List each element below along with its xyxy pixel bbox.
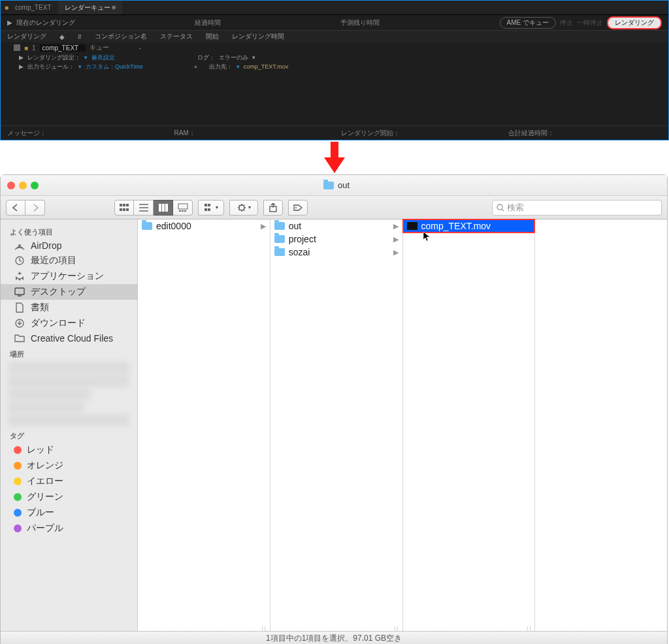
sidebar-tag-item[interactable]: パープル [1,521,137,536]
column-resize-handle[interactable]: || [527,625,532,631]
dropdown-icon[interactable]: ▾ [78,63,82,70]
sidebar-item-creative-cloud[interactable]: Creative Cloud Files [1,331,137,346]
chevron-right-icon[interactable]: ▶ [19,54,24,61]
sidebar-item-label: アプリケーション [31,270,104,282]
sidebar-tag-item[interactable]: ブルー [1,505,137,521]
stop-button: 停止 [560,18,573,27]
dropdown-icon[interactable]: ▾ [237,63,240,70]
tab-render-queue[interactable]: レンダーキュー ≡ [58,1,123,14]
tag-label: レッド [27,444,54,456]
bullet-icon: ◆ [59,33,65,40]
item-label: sozai [289,247,310,257]
tags-button[interactable] [288,200,308,216]
svg-rect-23 [15,288,24,295]
column-1[interactable]: edit0000 ▶ || [138,219,270,631]
sidebar-item-label: 書類 [31,302,49,314]
list-item[interactable]: comp_TEXT.mov [403,219,535,233]
sidebar-item-label: Creative Cloud Files [31,333,113,344]
sidebar-item-downloads[interactable]: ダウンロード [1,315,137,331]
item-label: edit0000 [156,221,191,231]
column-resize-handle[interactable]: || [262,625,267,631]
finder-titlebar[interactable]: out [1,175,667,196]
list-item[interactable]: out ▶ [270,219,402,233]
group-by-button[interactable]: ▾ [198,200,224,216]
zoom-window-button[interactable] [31,182,39,189]
sidebar-item-recents[interactable]: 最近の項目 [1,253,137,268]
column-resize-handle[interactable]: || [394,625,399,631]
chevron-right-icon[interactable]: ▶ [7,19,12,26]
sidebar-item-label: AirDrop [31,240,61,251]
svg-rect-10 [179,210,181,212]
column-view-button[interactable] [154,200,173,216]
movie-file-icon [407,222,417,230]
item-label: comp_TEXT.mov [421,221,491,231]
render-start-label: レンダリング開始： [334,129,502,138]
dropdown-icon[interactable]: ▾ [252,54,255,61]
list-item[interactable]: sozai ▶ [270,246,402,259]
location-item-blurred[interactable] [8,401,84,413]
gallery-view-button[interactable] [173,200,193,216]
remain-label: 予測残り時間 [340,18,380,27]
svg-rect-14 [208,204,210,206]
dropdown-icon[interactable]: ▾ [84,54,88,61]
svg-rect-7 [162,204,165,212]
comp-name[interactable]: comp_TEXT [40,44,86,52]
back-button[interactable] [6,200,25,216]
list-item[interactable]: edit0000 ▶ [138,219,270,233]
render-settings-label: レンダリング設定： [27,54,80,62]
location-item-blurred[interactable] [8,362,129,374]
tag-label: グリーン [27,491,63,503]
minimize-window-button[interactable] [19,182,27,189]
column-4[interactable] [535,219,667,631]
close-window-button[interactable] [7,182,15,189]
svg-rect-8 [165,204,168,212]
folder-icon [274,248,285,256]
icon-view-button[interactable] [114,200,134,216]
sidebar-item-label: デスクトップ [31,286,86,298]
render-settings-link[interactable]: 最良設定 [91,54,115,62]
sidebar-item-documents[interactable]: 書類 [1,300,137,315]
column-3[interactable]: comp_TEXT.mov || [403,219,536,631]
svg-point-19 [295,207,297,208]
location-item-blurred[interactable] [8,414,129,426]
forward-button[interactable] [25,200,45,216]
ae-footer: メッセージ： RAM： レンダリング開始： 合計経過時間： [1,125,668,140]
sidebar-tag-item[interactable]: グリーン [1,489,137,505]
output-module-link[interactable]: カスタム：QuickTime [86,63,143,71]
render-button[interactable]: レンダリング [607,16,662,29]
sidebar-tag-item[interactable]: イエロー [1,474,137,489]
share-button[interactable] [263,200,283,216]
plus-icon[interactable]: ＋ [193,63,199,71]
sidebar-item-applications[interactable]: アプリケーション [1,268,137,284]
status-text: キュー [90,43,109,52]
search-input[interactable]: 検索 [492,200,662,216]
sidebar-favorites-header: よく使う項目 [1,223,137,238]
message-label: メッセージ： [1,129,168,138]
render-checkbox[interactable] [14,44,20,51]
list-item[interactable]: project ▶ [270,233,402,246]
tab-comp[interactable]: comp_TEXT [8,2,58,13]
log-value[interactable]: エラーのみ [219,54,248,62]
dash-text: - [139,44,141,52]
output-file-link[interactable]: comp_TEXT.mov [244,63,289,70]
column-2[interactable]: out ▶ project ▶ sozai ▶ || [270,219,403,631]
output-module-label: 出力モジュール： [27,63,74,71]
sidebar-item-airdrop[interactable]: AirDrop [1,238,137,253]
location-item-blurred[interactable] [8,388,90,400]
sidebar-item-desktop[interactable]: デスクトップ [1,284,137,300]
chevron-right-icon[interactable]: ▶ [19,63,24,70]
airdrop-icon [14,240,25,251]
action-button[interactable]: ▾ [229,200,258,216]
location-item-blurred[interactable] [8,375,129,387]
folder-icon [274,222,285,230]
render-settings-row: ▶ レンダリング設定： ▾ 最良設定 ログ： エラーのみ ▾ [1,53,668,62]
svg-point-17 [239,205,244,210]
folder-icon [14,333,25,344]
svg-rect-0 [120,204,122,206]
render-item-row[interactable]: ■ 1 comp_TEXT キュー - [1,42,668,53]
list-view-button[interactable] [134,200,154,216]
sidebar-tag-item[interactable]: オレンジ [1,458,137,474]
ame-queue-button[interactable]: AME でキュー [500,17,556,29]
sidebar-tag-item[interactable]: レッド [1,442,137,458]
ram-label: RAM： [168,129,335,138]
